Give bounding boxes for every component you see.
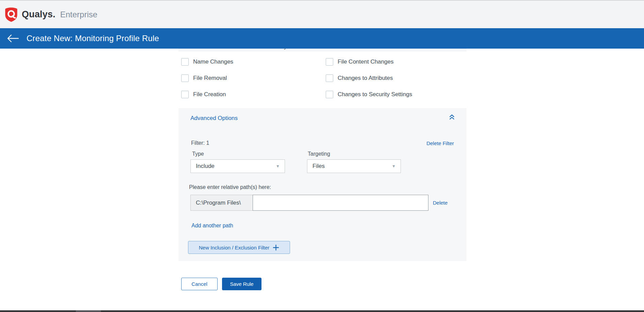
bottom-edge-bar — [0, 310, 644, 312]
file-creation-checkbox[interactable] — [181, 91, 189, 98]
save-rule-button[interactable]: Save Rule — [222, 278, 261, 290]
type-field-label: Type — [192, 151, 204, 157]
filter-number-label: Filter: 1 — [191, 140, 209, 146]
brand-name: Qualys. — [22, 9, 55, 20]
checkbox-option-file-creation[interactable]: File Creation — [181, 91, 326, 98]
type-select[interactable]: Include ▼ — [190, 159, 285, 173]
page-header: Create New: Monitoring Profile Rule — [0, 28, 644, 49]
advanced-options-panel: Advanced Options Filter: 1 Delete Filter… — [179, 108, 467, 261]
page: Qualys. Enterprise Create New: Monitorin… — [0, 0, 644, 312]
event-checkbox-label: File Removal — [193, 75, 227, 82]
path-prefix-box: C:\Program Files\ — [190, 195, 253, 211]
advanced-options-link[interactable]: Advanced Options — [190, 115, 238, 122]
checkbox-option-file-removal[interactable]: File Removal — [181, 74, 326, 82]
chevron-down-icon: ▼ — [276, 164, 280, 169]
event-checkbox-label: Name Changes — [193, 58, 233, 65]
back-button[interactable] — [6, 33, 20, 44]
page-title: Create New: Monitoring Profile Rule — [27, 34, 159, 43]
scrolled-section-strip: y — [179, 49, 467, 52]
top-brand-bar: Qualys. Enterprise — [0, 0, 644, 28]
footer-actions: Cancel Save Rule — [181, 278, 261, 290]
file-removal-checkbox[interactable] — [181, 74, 189, 82]
new-filter-button-label: New Inclusion / Exclusion Filter — [199, 245, 270, 250]
event-checkbox-label: File Content Changes — [338, 58, 393, 65]
delete-filter-link[interactable]: Delete Filter — [426, 140, 454, 146]
changes-to-security-settings-checkbox[interactable] — [326, 91, 333, 98]
checkbox-row: Name Changes File Content Changes — [181, 54, 467, 70]
targeting-select[interactable]: Files ▼ — [307, 159, 401, 173]
checkbox-option-name-changes[interactable]: Name Changes — [181, 58, 326, 66]
brand-edition: Enterprise — [60, 10, 97, 19]
new-inclusion-exclusion-filter-button[interactable]: New Inclusion / Exclusion Filter — [188, 241, 290, 254]
changes-to-attributes-checkbox[interactable] — [326, 74, 333, 82]
collapse-panel-button[interactable] — [447, 113, 456, 123]
content-column: y Name Changes File Content Changes File… — [179, 49, 467, 261]
delete-path-link[interactable]: Delete — [433, 200, 447, 206]
chevron-down-icon: ▼ — [392, 164, 396, 169]
relative-path-input[interactable] — [253, 195, 428, 211]
checkbox-row: File Removal Changes to Attributes — [181, 70, 467, 86]
bottom-edge-segment — [76, 310, 101, 312]
event-checkbox-label: Changes to Attributes — [338, 75, 393, 82]
path-row: C:\Program Files\ Delete — [190, 195, 447, 211]
checkbox-option-changes-to-security-settings[interactable]: Changes to Security Settings — [326, 91, 412, 98]
checkbox-option-changes-to-attributes[interactable]: Changes to Attributes — [326, 74, 393, 82]
event-checkbox-label: Changes to Security Settings — [338, 91, 412, 98]
type-select-value: Include — [196, 163, 215, 170]
checkbox-row: File Creation Changes to Security Settin… — [181, 86, 467, 103]
event-checkbox-section: Name Changes File Content Changes File R… — [179, 52, 467, 103]
targeting-field-label: Targeting — [308, 151, 330, 157]
cancel-button[interactable]: Cancel — [181, 278, 218, 290]
targeting-select-value: Files — [312, 163, 325, 170]
qualys-logo-icon — [5, 7, 18, 22]
add-another-path-link[interactable]: Add another path — [191, 223, 233, 229]
clipped-heading-fragment: y — [284, 49, 287, 50]
name-changes-checkbox[interactable] — [181, 58, 189, 66]
path-prompt-label: Please enter relative path(s) here: — [189, 184, 271, 190]
plus-icon — [273, 244, 279, 251]
arrow-left-icon — [7, 34, 19, 43]
event-checkbox-label: File Creation — [193, 91, 226, 98]
checkbox-option-file-content-changes[interactable]: File Content Changes — [326, 58, 393, 66]
chevron-double-up-icon — [448, 114, 456, 121]
file-content-changes-checkbox[interactable] — [326, 58, 333, 66]
